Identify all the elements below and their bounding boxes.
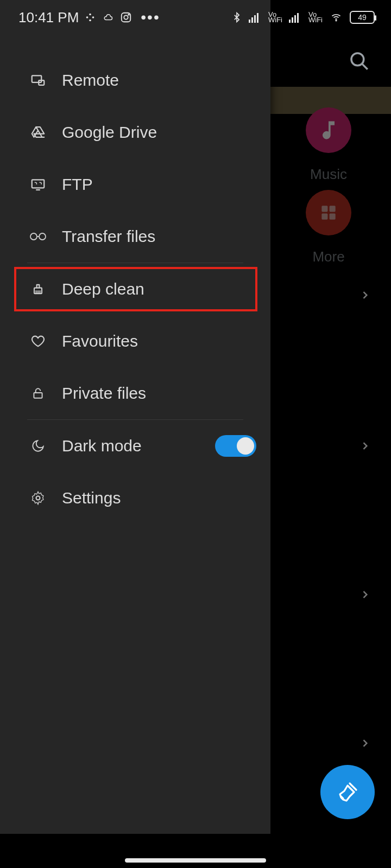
chevron-right-icon[interactable]: [360, 288, 370, 303]
menu-label: Transfer files: [49, 227, 155, 246]
menu-label: Remote: [49, 71, 119, 90]
menu-label: Dark mode: [49, 437, 142, 455]
svg-point-10: [30, 233, 37, 240]
ftp-icon: [27, 176, 49, 193]
menu-item-google-drive[interactable]: Google Drive: [0, 106, 270, 158]
gear-icon: [27, 490, 49, 506]
menu-item-ftp[interactable]: FTP: [0, 158, 270, 210]
svg-rect-8: [32, 180, 45, 188]
battery-percent: 49: [358, 13, 367, 22]
slack-icon: [84, 11, 96, 23]
svg-rect-16: [34, 393, 42, 398]
menu-label: Favourites: [49, 332, 138, 350]
menu-item-private-files[interactable]: Private files: [0, 367, 270, 419]
svg-line-1: [362, 64, 368, 69]
gesture-handle[interactable]: [125, 858, 266, 863]
remote-icon: [27, 72, 49, 88]
svg-point-0: [351, 53, 364, 66]
svg-point-23: [124, 15, 128, 19]
svg-rect-25: [249, 20, 250, 23]
svg-rect-30: [292, 17, 293, 23]
svg-rect-19: [89, 14, 91, 16]
chevron-right-icon[interactable]: [360, 587, 370, 602]
svg-point-17: [36, 496, 40, 500]
moon-icon: [27, 439, 49, 453]
menu-label: Deep clean: [49, 280, 144, 298]
menu-item-dark-mode[interactable]: Dark mode: [0, 420, 270, 472]
broom-icon: [27, 282, 49, 297]
status-left: 10:41 PM •••: [18, 9, 160, 26]
chevron-right-icon[interactable]: [360, 438, 370, 454]
menu-label: Settings: [49, 489, 121, 507]
wifi-icon: [329, 12, 343, 23]
svg-rect-27: [254, 15, 256, 23]
google-drive-icon: [27, 124, 49, 141]
svg-point-33: [336, 20, 337, 21]
vowifi-indicator: VoWiFi: [308, 12, 323, 23]
dark-mode-toggle[interactable]: [215, 435, 256, 457]
instagram-icon: [120, 11, 132, 23]
signal-icon: [249, 12, 262, 23]
svg-rect-21: [89, 20, 91, 22]
navigation-drawer: Remote Google Drive FTP Transfer files D…: [0, 0, 270, 834]
menu-item-deep-clean[interactable]: Deep clean: [0, 263, 270, 315]
battery-indicator: 49: [350, 11, 375, 24]
menu-label: FTP: [49, 175, 93, 194]
menu-label: Google Drive: [49, 123, 157, 142]
bluetooth-icon: [231, 10, 242, 24]
svg-rect-28: [257, 13, 258, 23]
svg-rect-6: [32, 75, 42, 82]
svg-rect-20: [92, 16, 94, 18]
heart-icon: [27, 334, 49, 349]
status-bar: 10:41 PM ••• VoWiFi VoWiFi 49: [0, 0, 391, 35]
status-right: VoWiFi VoWiFi 49: [231, 10, 375, 24]
vowifi-indicator: VoWiFi: [268, 12, 282, 23]
menu-item-transfer-files[interactable]: Transfer files: [0, 210, 270, 263]
svg-rect-26: [251, 17, 253, 23]
lock-icon: [27, 386, 49, 401]
menu-item-favourites[interactable]: Favourites: [0, 315, 270, 367]
svg-rect-29: [289, 20, 291, 23]
menu-item-settings[interactable]: Settings: [0, 472, 270, 524]
svg-rect-32: [297, 13, 299, 23]
menu-item-remote[interactable]: Remote: [0, 54, 270, 106]
broom-icon: [335, 779, 361, 805]
search-icon[interactable]: [348, 49, 370, 72]
toggle-knob: [237, 437, 254, 455]
svg-point-11: [39, 233, 46, 240]
clock-text: 10:41 PM: [18, 9, 79, 26]
cloud-icon: [102, 12, 115, 22]
svg-rect-18: [86, 16, 89, 18]
signal-icon: [289, 12, 302, 23]
svg-point-24: [128, 14, 129, 15]
clean-fab[interactable]: [320, 765, 375, 819]
svg-rect-31: [294, 15, 296, 23]
menu-label: Private files: [49, 384, 146, 403]
chevron-right-icon[interactable]: [360, 736, 370, 751]
transfer-icon: [27, 231, 49, 242]
